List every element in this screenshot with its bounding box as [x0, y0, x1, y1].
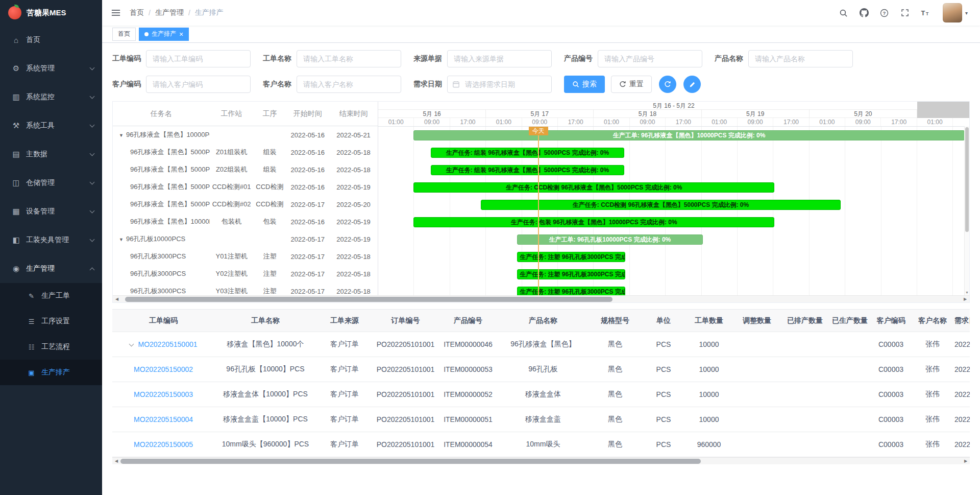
- reset-button[interactable]: 重置: [611, 76, 652, 93]
- gantt-col-header: 工作站: [210, 109, 254, 119]
- gantt-task-bar[interactable]: 生产任务: CCD检测 96孔移液盒【黑色】5000PCS 完成比例: 0%: [481, 200, 840, 210]
- work-order-link[interactable]: MO202205150005: [134, 440, 193, 449]
- chevron-down-icon: [90, 122, 95, 127]
- order-cell: ITEM00000051: [438, 407, 498, 432]
- scrollbar-track[interactable]: [121, 296, 961, 302]
- tab-home[interactable]: 首页: [112, 28, 136, 41]
- order-cell: 黑色: [589, 357, 642, 382]
- gantt-day-label: 5月 16: [378, 110, 486, 117]
- gantt-task-row[interactable]: 96孔孔板3000PCSY01注塑机注塑2022-05-172022-05-18: [113, 248, 378, 265]
- gantt-range-label: 5月 16 - 5月 22: [653, 102, 694, 109]
- order-cell: PO202205101001: [373, 407, 438, 432]
- scroll-right-icon[interactable]: ▶: [961, 296, 969, 303]
- hamburger-icon[interactable]: [102, 8, 130, 17]
- gantt-task-bar[interactable]: 生产任务: 包装 96孔移液盒【黑色】10000PCS 完成比例: 0%: [413, 217, 774, 227]
- monitor-icon: ▥: [11, 92, 21, 102]
- sidebar-item-home[interactable]: ⌂首页: [0, 26, 102, 54]
- fullscreen-icon[interactable]: [900, 8, 910, 18]
- work-order-code-input[interactable]: [146, 50, 251, 67]
- sidebar-item-system-tools[interactable]: ⚒系统工具: [0, 111, 102, 140]
- gantt-task-row[interactable]: 96孔移液盒【黑色】5000PCSZ02组装机组装2022-05-162022-…: [113, 161, 378, 178]
- gantt-hour-label: 01:00: [378, 118, 414, 126]
- work-order-link[interactable]: MO202205150003: [134, 390, 193, 398]
- edit-circle-button[interactable]: [683, 76, 701, 93]
- scroll-left-icon[interactable]: ◀: [113, 296, 121, 303]
- work-order-link[interactable]: MO202205150004: [134, 415, 193, 423]
- sidebar-subitem-work-order[interactable]: ✎生产工单: [0, 283, 102, 309]
- customer-name-input[interactable]: [297, 76, 401, 93]
- refresh-circle-button[interactable]: [659, 76, 676, 93]
- chevron-down-icon: [90, 151, 95, 156]
- gantt-task-bar[interactable]: 生产任务: 组装 96孔移液盒【黑色】5000PCS 完成比例: 0%: [431, 148, 624, 158]
- help-icon[interactable]: ?: [879, 8, 890, 18]
- home-icon: ⌂: [11, 36, 21, 44]
- expand-caret-icon[interactable]: [129, 342, 134, 347]
- filter-field-customer-code: 客户编码: [112, 76, 251, 93]
- sidebar-item-warehouse[interactable]: ◫仓储管理: [0, 169, 102, 197]
- tab-scheduling[interactable]: 生产排产×: [139, 28, 189, 41]
- sidebar-item-master-data[interactable]: ▤主数据: [0, 140, 102, 169]
- product-code-input[interactable]: [598, 50, 702, 67]
- scrollbar-track[interactable]: [120, 458, 962, 464]
- gantt-v-scrollbar[interactable]: ▼: [964, 126, 969, 295]
- sidebar-item-fixture-management[interactable]: ◧工装夹具管理: [0, 226, 102, 254]
- orders-h-scrollbar[interactable]: ◀ ▶: [112, 457, 970, 464]
- source-doc-input[interactable]: [447, 50, 552, 67]
- gantt-task-row[interactable]: ▼96孔移液盒【黑色】10000PCS2022-05-162022-05-21: [113, 126, 378, 144]
- app-logo-area[interactable]: 苦糖果MES: [0, 0, 102, 26]
- breadcrumb-item[interactable]: 首页: [130, 8, 144, 17]
- sidebar-item-production[interactable]: ◉生产管理: [0, 254, 102, 283]
- font-size-icon[interactable]: TT: [920, 8, 930, 18]
- sidebar-item-equipment[interactable]: ▦设备管理: [0, 197, 102, 226]
- scroll-right-icon[interactable]: ▶: [962, 458, 970, 465]
- caret-down-icon[interactable]: ▼: [119, 133, 124, 138]
- tab-close-icon[interactable]: ×: [179, 31, 183, 38]
- gantt-task-row[interactable]: 96孔孔板3000PCSY02注塑机注塑2022-05-172022-05-18: [113, 265, 378, 282]
- scrollbar-thumb[interactable]: [125, 297, 612, 302]
- gantt-hour-label: 17:00: [773, 118, 809, 126]
- scrollbar-thumb[interactable]: [120, 459, 701, 464]
- gantt-h-scrollbar[interactable]: ◀ ▶: [113, 295, 969, 302]
- scroll-left-icon[interactable]: ◀: [112, 458, 120, 465]
- sidebar-subitem-process-settings[interactable]: ☰工序设置: [0, 309, 102, 334]
- customer-code-input[interactable]: [146, 76, 251, 93]
- user-menu[interactable]: ▾: [943, 3, 968, 22]
- task-name: 96孔孔板3000PCS: [130, 252, 186, 260]
- gantt-task-bar[interactable]: 生产任务: 注塑 96孔孔板3000PCS 完成比例: 0%: [517, 269, 625, 279]
- gantt-task-row[interactable]: 96孔孔板3000PCSY03注塑机注塑2022-05-172022-05-18: [113, 282, 378, 295]
- navbar: 首页/生产管理/生产排产 ? TT ▾: [102, 0, 980, 26]
- work-order-name-input[interactable]: [297, 50, 401, 67]
- demand-date-input[interactable]: [447, 76, 552, 93]
- orders-col-header: 需求日期: [954, 310, 970, 332]
- gantt-task-bar[interactable]: 生产任务: 注塑 96孔孔板3000PCS 完成比例: 0%: [517, 287, 625, 295]
- menu-item-label: 仓储管理: [26, 178, 90, 187]
- scroll-down-icon[interactable]: ▼: [965, 290, 969, 295]
- sidebar-subitem-process-flow[interactable]: ☷工艺流程: [0, 334, 102, 360]
- gantt-hour-label: 09:00: [522, 118, 558, 126]
- gantt-task-row[interactable]: ▼96孔孔板10000PCS2022-05-172022-05-19: [113, 230, 378, 248]
- search-icon[interactable]: [839, 8, 849, 18]
- order-cell: C00003: [871, 432, 911, 457]
- caret-down-icon[interactable]: ▼: [119, 237, 124, 242]
- sidebar-item-system-monitor[interactable]: ▥系统监控: [0, 83, 102, 111]
- end-time-cell: 2022-05-18: [329, 270, 378, 278]
- scrollbar-thumb[interactable]: [965, 127, 969, 232]
- gantt-order-bar[interactable]: 生产工单: 96孔孔板10000PCS 完成比例: 0%: [517, 234, 703, 245]
- product-name-input[interactable]: [748, 50, 853, 67]
- breadcrumb-item[interactable]: 生产管理: [155, 8, 184, 17]
- sidebar-item-system-admin[interactable]: ⚙系统管理: [0, 54, 102, 83]
- gantt-task-row[interactable]: 96孔移液盒【黑色】5000PCSCCD检测#02CCD检测2022-05-17…: [113, 196, 378, 213]
- gantt-task-bar[interactable]: 生产任务: CCD检测 96孔移液盒【黑色】5000PCS 完成比例: 0%: [413, 182, 774, 193]
- gantt-task-row[interactable]: 96孔移液盒【黑色】10000PCS包装机包装2022-05-162022-05…: [113, 213, 378, 230]
- gantt-order-bar[interactable]: 生产工单: 96孔移液盒【黑色】10000PCS 完成比例: 0%: [413, 130, 964, 140]
- work-order-link[interactable]: MO202205150001: [138, 340, 198, 348]
- gantt-task-bar[interactable]: 生产任务: 组装 96孔移液盒【黑色】5000PCS 完成比例: 0%: [431, 165, 624, 175]
- gantt-task-bar[interactable]: 生产任务: 注塑 96孔孔板3000PCS 完成比例: 0%: [517, 252, 625, 262]
- work-order-link[interactable]: MO202205150002: [134, 365, 193, 373]
- sidebar-subitem-scheduling[interactable]: ▣生产排产: [0, 360, 102, 385]
- gantt-task-row[interactable]: 96孔移液盒【黑色】5000PCSCCD检测#01CCD检测2022-05-16…: [113, 178, 378, 196]
- github-icon[interactable]: [859, 8, 869, 18]
- gantt-task-row[interactable]: 96孔移液盒【黑色】5000PCSZ01组装机组装2022-05-162022-…: [113, 144, 378, 161]
- search-button[interactable]: 搜索: [564, 76, 605, 93]
- gantt-hour-label: 09:00: [630, 118, 666, 126]
